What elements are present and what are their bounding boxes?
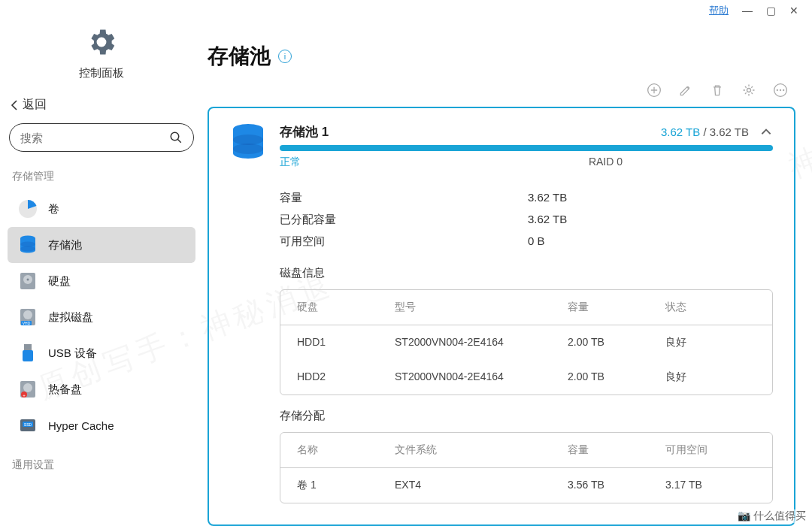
sidebar-item-volume[interactable]: 卷 [8, 191, 195, 227]
table-row[interactable]: HDD2 ST2000VN004-2E4164 2.00 TB 良好 [280, 360, 772, 394]
help-link[interactable]: 帮助 [709, 4, 729, 17]
search-box[interactable] [9, 123, 194, 152]
back-label: 返回 [23, 97, 47, 113]
sidebar-item-label: 虚拟磁盘 [48, 310, 93, 325]
search-input[interactable] [20, 132, 169, 144]
svg-point-27 [783, 89, 784, 91]
sidebar-item-usb[interactable]: USB 设备 [8, 335, 195, 371]
toolbar [208, 78, 795, 107]
svg-point-0 [171, 132, 179, 141]
svg-point-10 [23, 310, 32, 319]
sidebar-item-label: 硬盘 [48, 274, 71, 289]
svg-point-8 [27, 279, 29, 281]
table-row[interactable]: HDD1 ST2000VN004-2E4164 2.00 TB 良好 [280, 325, 772, 360]
back-button[interactable]: 返回 [8, 91, 195, 123]
svg-point-29 [233, 135, 263, 145]
alloc-title: 存储分配 [280, 409, 773, 423]
sidebar-item-disk[interactable]: 硬盘 [8, 263, 195, 299]
control-panel-title: 控制面板 [8, 66, 195, 80]
svg-rect-13 [24, 344, 32, 350]
svg-line-1 [177, 139, 181, 143]
sidebar-item-label: 存储池 [48, 238, 82, 252]
usb-icon [18, 343, 38, 363]
maximize-button[interactable]: ▢ [766, 5, 776, 17]
sidebar-item-virtual-disk[interactable]: VHD 虚拟磁盘 [8, 299, 195, 335]
chevron-left-icon [11, 99, 18, 111]
svg-text:VHD: VHD [23, 321, 31, 325]
page-title: 存储池 [208, 42, 271, 71]
volume-icon [18, 199, 38, 219]
vhd-icon: VHD [18, 307, 38, 327]
sidebar-item-label: 卷 [48, 202, 59, 216]
pool-icon [230, 123, 266, 169]
prop-row: 容量3.62 TB [280, 187, 773, 209]
disk-table: 硬盘 型号 容量 状态 HDD1 ST2000VN004-2E4164 2.00… [280, 289, 773, 395]
pool-properties: 容量3.62 TB 已分配容量3.62 TB 可用空间0 B [280, 187, 773, 252]
alloc-table: 名称 文件系统 容量 可用空间 卷 1 EXT4 3.56 TB 3.17 TB [280, 432, 773, 503]
sidebar-item-storage-pool[interactable]: 存储池 [8, 227, 195, 263]
close-button[interactable]: ✕ [789, 5, 798, 17]
table-header: 名称 文件系统 容量 可用空间 [280, 433, 772, 468]
pool-raid: RAID 0 [589, 156, 773, 169]
ssd-icon: SSD [18, 416, 38, 435]
svg-point-23 [747, 89, 751, 92]
pool-panel: 存储池 1 3.62 TB / 3.62 TB 正常 RAID 0 [208, 107, 795, 526]
chevron-up-icon[interactable] [759, 125, 773, 139]
svg-text:SSD: SSD [24, 422, 32, 427]
svg-point-25 [777, 89, 778, 91]
watermark: 📷 什么值得买 [738, 509, 806, 523]
sidebar-item-hot-spare[interactable]: + 热备盘 [8, 371, 195, 407]
add-button[interactable] [647, 83, 662, 98]
prop-row: 已分配容量3.62 TB [280, 209, 773, 231]
window-titlebar: 帮助 — ▢ ✕ [0, 0, 812, 21]
prop-row: 可用空间0 B [280, 231, 773, 252]
pool-capacity-text: 3.62 TB / 3.62 TB [661, 125, 749, 138]
database-icon [18, 235, 38, 255]
sidebar-item-label: Hyper Cache [48, 419, 114, 432]
search-icon [169, 131, 183, 144]
pool-status: 正常 [280, 156, 301, 169]
table-row[interactable]: 卷 1 EXT4 3.56 TB 3.17 TB [280, 468, 772, 503]
sidebar-section-general: 通用设置 [8, 454, 195, 479]
hot-spare-icon: + [18, 379, 38, 399]
sidebar: 控制面板 返回 存储管理 卷 存储池 硬盘 VHD 虚拟磁盘 USB [0, 21, 203, 526]
settings-button[interactable] [741, 83, 756, 98]
svg-point-26 [780, 89, 781, 91]
svg-point-30 [233, 144, 263, 154]
svg-point-5 [20, 246, 35, 252]
svg-point-4 [20, 242, 35, 247]
svg-text:+: + [23, 393, 26, 398]
capacity-progress-bar [280, 145, 773, 151]
sidebar-item-label: USB 设备 [48, 346, 97, 361]
table-header: 硬盘 型号 容量 状态 [280, 290, 772, 325]
svg-point-16 [23, 383, 32, 392]
edit-button[interactable] [678, 83, 693, 98]
sidebar-section-storage: 存储管理 [8, 165, 195, 191]
disk-info-title: 磁盘信息 [280, 266, 773, 280]
pool-name: 存储池 1 [280, 123, 329, 141]
delete-button[interactable] [710, 83, 725, 98]
gear-icon [8, 26, 195, 62]
main-content: 存储池 i 存储池 1 3.62 TB / 3.62 [203, 21, 812, 526]
minimize-button[interactable]: — [742, 5, 753, 17]
sidebar-item-hyper-cache[interactable]: SSD Hyper Cache [8, 407, 195, 443]
sidebar-item-label: 热备盘 [48, 382, 82, 397]
info-icon[interactable]: i [278, 50, 292, 63]
more-button[interactable] [773, 83, 788, 98]
hdd-icon [18, 271, 38, 291]
svg-rect-14 [23, 350, 33, 361]
